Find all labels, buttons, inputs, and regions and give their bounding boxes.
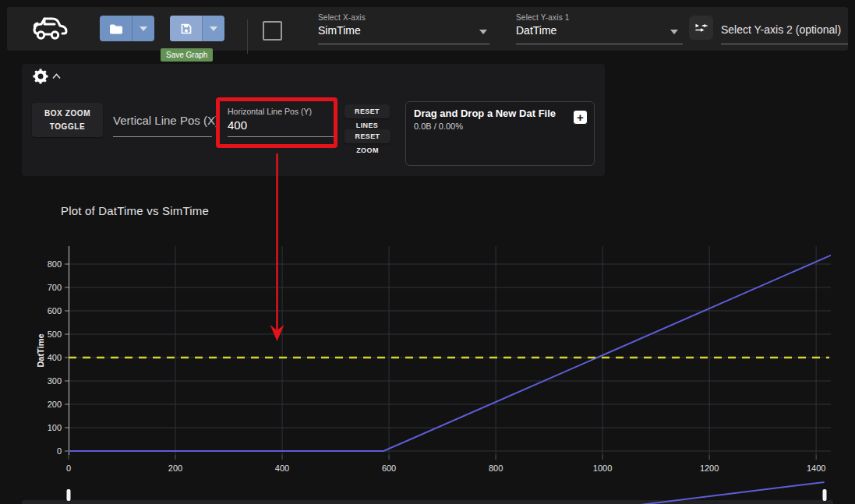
save-graph-tooltip: Save Graph (161, 48, 213, 62)
toolbar-divider (247, 19, 248, 54)
y-tick-label: 300 (48, 376, 62, 386)
settings-panel: BOX ZOOM TOGGLE Vertical Line Pos (X) Ho… (22, 64, 605, 176)
caret-down-icon (140, 26, 147, 31)
y2-axis-select-label[interactable]: Select Y-axis 2 (optional) (721, 23, 841, 36)
horizontal-line-pos-underline (228, 136, 334, 137)
vertical-line-pos-underline (113, 136, 212, 137)
range-slider-handle-right[interactable] (823, 489, 827, 501)
open-file-button[interactable] (100, 16, 154, 41)
bottom-panel-edge (22, 500, 833, 504)
y-tick-label: 800 (48, 259, 62, 269)
file-dropzone[interactable]: Drag and Drop a New Dat File 0.0B / 0.00… (405, 101, 595, 166)
plus-icon[interactable]: + (573, 110, 588, 125)
folder-icon[interactable] (100, 16, 132, 41)
x-tick-label: 1000 (593, 463, 612, 473)
chart-title: Plot of DatTime vs SimTime (61, 204, 209, 217)
x-tick-label: 800 (489, 463, 503, 473)
toolbar: Select X-axis SimTime Select Y-axis 1 Da… (7, 7, 848, 51)
open-dropdown-button[interactable] (132, 16, 154, 41)
series-line-dattime (69, 256, 831, 451)
reset-zoom-button[interactable]: RESET ZOOM (344, 129, 390, 143)
dropzone-title: Drag and Drop a New Dat File (414, 107, 556, 119)
caret-down-icon (210, 26, 217, 31)
y-tick-label: 0 (57, 446, 62, 456)
caret-down-icon[interactable] (479, 30, 487, 34)
app-window: Select X-axis SimTime Select Y-axis 1 Da… (0, 0, 855, 504)
vertical-line-pos-label: Vertical Line Pos (X) (113, 114, 219, 127)
x-axis-select-underline (318, 44, 489, 44)
box-zoom-toggle-button[interactable]: BOX ZOOM TOGGLE (32, 103, 103, 137)
car-logo-icon (31, 14, 70, 44)
horizontal-line-pos-label: Horizontal Line Pos (Y) (228, 107, 312, 116)
x-tick-label: 0 (66, 463, 71, 473)
y-tick-label: 700 (48, 283, 62, 292)
annotation-arrow-head (270, 325, 284, 341)
dropzone-stats: 0.0B / 0.00% (414, 122, 463, 131)
x-axis-select-label: Select X-axis (318, 13, 366, 22)
swap-axes-button[interactable] (689, 16, 713, 40)
y1-axis-select-label: Select Y-axis 1 (516, 13, 570, 22)
save-icon[interactable] (170, 16, 202, 41)
x-tick-label: 1200 (700, 463, 719, 473)
gear-icon[interactable] (33, 69, 48, 84)
horizontal-line-pos-value[interactable]: 400 (228, 118, 247, 132)
y2-axis-select-underline (721, 44, 848, 44)
toolbar-checkbox[interactable] (263, 21, 282, 41)
y-tick-label: 400 (48, 353, 62, 362)
y-tick-label: 600 (48, 306, 62, 315)
x-tick-label: 200 (168, 463, 182, 473)
y-tick-label: 200 (48, 400, 62, 409)
chevron-up-icon[interactable] (52, 73, 61, 79)
y-axis-label: DatTime (36, 319, 45, 382)
x-tick-label: 600 (382, 463, 396, 473)
y1-axis-select-underline (516, 44, 683, 44)
x-tick-label: 400 (275, 463, 289, 473)
save-graph-button[interactable] (170, 16, 224, 41)
caret-down-icon[interactable] (670, 30, 678, 34)
x-axis-select-value[interactable]: SimTime (318, 24, 361, 37)
y-tick-label: 500 (48, 330, 62, 339)
y1-axis-select-value[interactable]: DatTime (516, 24, 556, 37)
y-tick-label: 100 (48, 423, 62, 432)
save-dropdown-button[interactable] (202, 16, 224, 41)
x-tick-label: 1400 (807, 463, 825, 473)
swap-arrows-icon (694, 21, 708, 35)
reset-lines-button[interactable]: RESET LINES (344, 104, 390, 118)
range-slider-handle-left[interactable] (67, 489, 71, 501)
